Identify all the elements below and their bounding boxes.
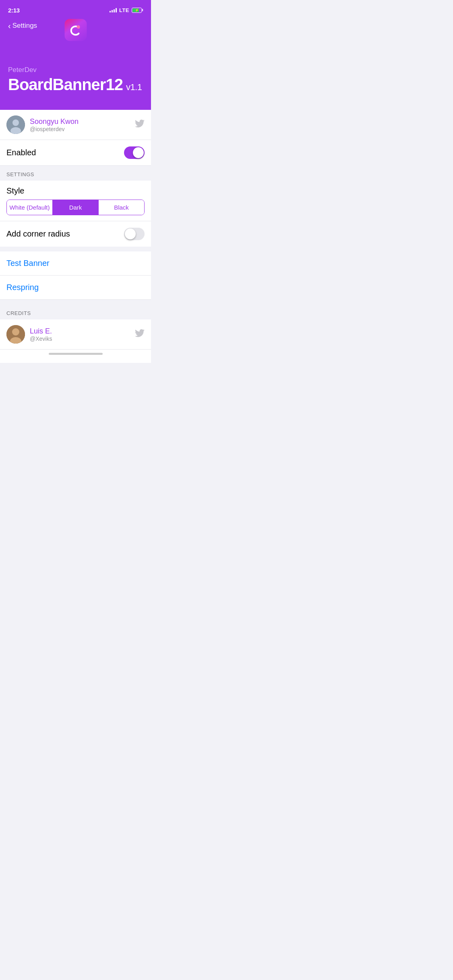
style-segmented-control[interactable]: White (Default) Dark Black [6,200,145,215]
corner-radius-row: Add corner radius [0,221,151,247]
spacer-1 [0,247,151,251]
twitter-bird-icon [135,119,145,128]
lte-label: LTE [119,7,129,13]
app-title-row: BoardBanner12 v1.1 [8,76,143,94]
credit-name: Luis E. [30,327,135,336]
header-area: PeterDev BoardBanner12 v1.1 [0,38,151,110]
home-bar [49,353,103,355]
settings-section: Style White (Default) Dark Black Add cor… [0,181,151,247]
toggle-knob [133,147,144,158]
svg-point-0 [77,25,80,29]
settings-section-header: SETTINGS [0,166,151,181]
developer-name: PeterDev [8,66,143,74]
author-avatar [6,115,25,134]
app-version: v1.1 [126,82,142,93]
app-icon-graphic [69,23,83,37]
credit-handle: @Xeviks [30,336,135,342]
credit-row: Luis E. @Xeviks [0,319,151,350]
credit-twitter-icon[interactable] [135,329,145,340]
svg-point-5 [12,328,19,336]
enabled-toggle[interactable] [124,146,145,159]
battery-icon: ⚡ [132,8,143,13]
credit-avatar [6,325,25,344]
style-label: Style [0,181,151,200]
home-indicator-area [0,350,151,363]
action-section: Test Banner Respring [0,251,151,300]
back-chevron-icon: ‹ [8,22,11,30]
back-button[interactable]: ‹ Settings [8,22,37,30]
app-icon [64,19,87,41]
spacer-2 [0,300,151,305]
credits-section: Luis E. @Xeviks [0,319,151,350]
respring-button[interactable]: Respring [0,276,151,300]
corner-radius-label: Add corner radius [6,229,70,239]
app-title: BoardBanner12 [8,76,123,94]
test-banner-button[interactable]: Test Banner [0,251,151,276]
segment-black[interactable]: Black [98,200,144,215]
author-info: Soongyu Kwon @iospeterdev [30,117,135,132]
enabled-label: Enabled [6,148,36,157]
author-avatar-graphic [6,115,25,134]
credit-info: Luis E. @Xeviks [30,327,135,342]
author-handle: @iospeterdev [30,126,135,132]
signal-icon [110,8,117,12]
svg-point-2 [12,119,19,126]
status-right: LTE ⚡ [110,7,143,13]
credits-section-header: CREDITS [0,305,151,319]
corner-radius-toggle[interactable] [124,228,145,240]
enabled-row: Enabled [0,140,151,166]
author-row: Soongyu Kwon @iospeterdev [0,110,151,140]
credit-avatar-graphic [6,325,25,344]
back-label: Settings [12,22,37,30]
credit-twitter-bird-icon [135,329,145,337]
header-text: PeterDev BoardBanner12 v1.1 [8,62,143,94]
segment-white[interactable]: White (Default) [7,200,52,215]
corner-radius-knob [125,229,136,239]
status-bar: 2:13 LTE ⚡ [0,0,151,18]
segment-dark[interactable]: Dark [52,200,98,215]
twitter-icon[interactable] [135,119,145,130]
author-name: Soongyu Kwon [30,117,135,126]
status-time: 2:13 [8,7,20,14]
